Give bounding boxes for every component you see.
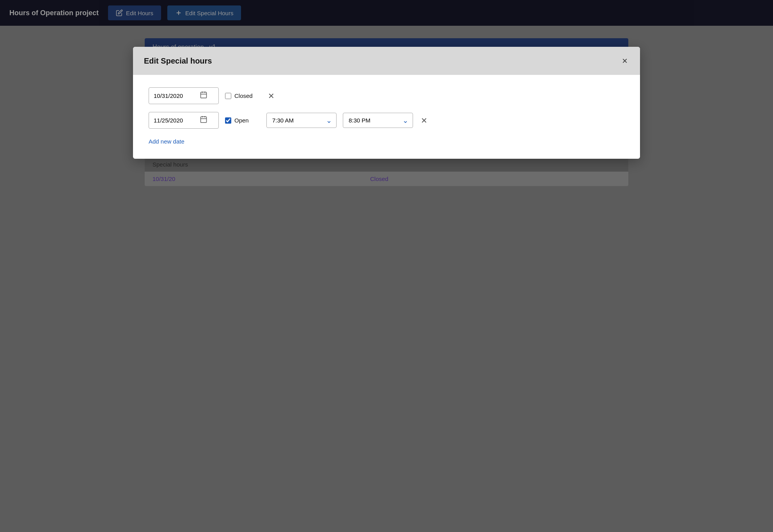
modal-title: Edit Special hours xyxy=(144,57,212,66)
modal-header: Edit Special hours × xyxy=(133,47,640,75)
remove-entry-button-1[interactable]: ✕ xyxy=(266,91,276,101)
closed-checkbox-label-1[interactable]: Closed xyxy=(225,92,260,99)
add-new-date-button[interactable]: Add new date xyxy=(149,137,184,146)
svg-rect-6 xyxy=(201,117,207,122)
closed-label-1: Closed xyxy=(234,92,253,99)
start-time-wrapper: 7:30 AM 8:00 AM 8:30 AM 9:00 AM ⌄ xyxy=(266,113,337,128)
calendar-icon-2[interactable] xyxy=(200,115,207,125)
entry-row-1: Closed ✕ xyxy=(149,87,624,104)
closed-checkbox-1[interactable] xyxy=(225,93,231,99)
open-checkbox-2[interactable] xyxy=(225,117,231,124)
date-input-1[interactable] xyxy=(149,87,219,104)
modal-overlay: Edit Special hours × xyxy=(0,0,773,532)
date-field-2[interactable] xyxy=(154,117,197,124)
modal-close-button[interactable]: × xyxy=(621,55,629,67)
date-field-1[interactable] xyxy=(154,92,197,99)
svg-rect-2 xyxy=(201,92,207,98)
end-time-select[interactable]: 8:30 PM 9:00 PM 9:30 PM 10:00 PM xyxy=(343,113,413,128)
modal-body: Closed ✕ xyxy=(133,75,640,159)
entry-row-2: Open 7:30 AM 8:00 AM 8:30 AM 9:00 AM ⌄ 8… xyxy=(149,112,624,129)
date-input-2[interactable] xyxy=(149,112,219,129)
edit-special-hours-modal: Edit Special hours × xyxy=(133,47,640,159)
remove-entry-button-2[interactable]: ✕ xyxy=(419,116,429,125)
open-checkbox-label-2[interactable]: Open xyxy=(225,117,260,124)
start-time-select[interactable]: 7:30 AM 8:00 AM 8:30 AM 9:00 AM xyxy=(266,113,337,128)
calendar-icon-1[interactable] xyxy=(200,91,207,101)
end-time-wrapper: 8:30 PM 9:00 PM 9:30 PM 10:00 PM ⌄ xyxy=(343,113,413,128)
open-label-2: Open xyxy=(234,117,249,124)
